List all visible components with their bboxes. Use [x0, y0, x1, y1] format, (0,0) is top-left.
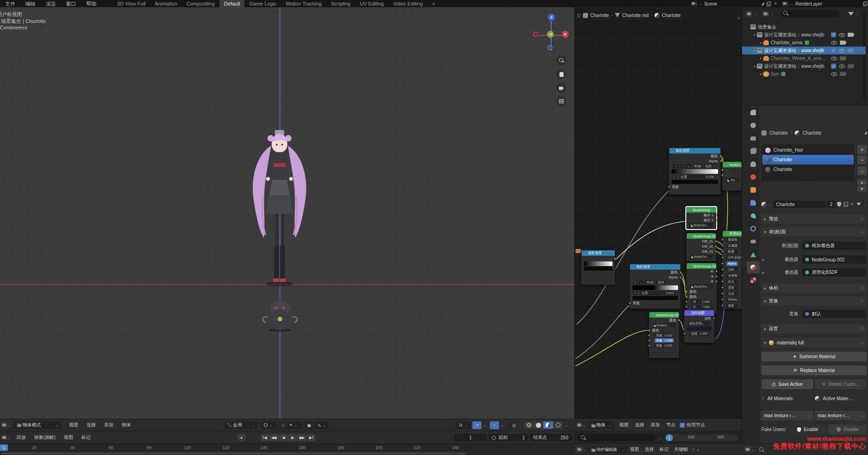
material-slot[interactable]: Charlotte [762, 155, 854, 165]
colorramp-swatch[interactable] [632, 296, 678, 300]
node-normal-map[interactable]: ⌄法向贴图 法向 切向空间 ⌄ 强度1.000 [684, 310, 714, 343]
timeline-menu-item[interactable]: 视图 [59, 434, 77, 441]
dopesheet-menu-item[interactable]: 视图 [627, 446, 642, 453]
node-editor-menu-item[interactable]: 节点 [663, 422, 679, 428]
pin-icon[interactable] [864, 131, 868, 135]
new-layer-icon[interactable] [862, 1, 867, 6]
falloff-dropdown[interactable]: ∿⌄ [315, 421, 328, 429]
axis-neg-z-ball[interactable] [547, 45, 553, 50]
outliner-row[interactable]: ▾ 设计宝藏资源站：www.shejib ✓ [742, 47, 866, 54]
workspace-tab[interactable]: Scripting [326, 0, 355, 7]
shading-wireframe[interactable] [524, 421, 534, 429]
zoom-tool-icon[interactable] [556, 55, 566, 65]
proportional-edit-icon[interactable]: ◉ [304, 421, 313, 429]
panel-volume[interactable]: ▸体积⠿ [761, 284, 867, 293]
overlays-toggle[interactable]: ◔ [490, 421, 499, 429]
node-colorramp-small[interactable]: ⌄色彩渐变 … [581, 250, 615, 285]
workspace-tab[interactable]: 3D View Full [113, 0, 150, 7]
view-layer-tab[interactable] [747, 145, 760, 157]
max-texture-dropdown-1[interactable]: max texture r…⌄ [761, 411, 813, 420]
outliner-row[interactable]: ▾ 设计宝藏资源站：www.shejib ✓ [742, 31, 866, 39]
workspace-tab[interactable]: + [428, 0, 440, 7]
play-button[interactable]: ▶ [288, 434, 297, 441]
node-colorramp-1[interactable]: ⌄色彩渐变 颜色 Alpha ＋−⌄RGB线性 Ⅰ位置0.106 系数 [669, 148, 721, 195]
node-group-001[interactable]: ⌄NodeGroup.001 MSR ◣ NodeGro… 颜色颜色 M1.00… [686, 263, 717, 314]
collection-checkbox[interactable]: ✓ [831, 48, 836, 53]
surface-shader-value[interactable]: 相加着色器 [802, 242, 867, 250]
topbar-menu-item[interactable]: 窗口 [61, 0, 81, 7]
pivot-dropdown[interactable]: ⌄ [261, 421, 277, 429]
hide-eye-icon[interactable] [839, 65, 845, 68]
character-model[interactable] [231, 122, 328, 288]
panel-displacement[interactable]: ▾置换⠿ [761, 296, 867, 306]
pan-hand-icon[interactable] [556, 69, 566, 79]
workspace-tab[interactable]: Default [220, 0, 245, 7]
properties-search-icon[interactable] [759, 447, 764, 452]
dopesheet-menu-item[interactable]: 标记 [657, 446, 672, 453]
jump-to-start-button[interactable]: Ⅰ◀ [261, 434, 269, 441]
material-name-field[interactable]: Charlotte [773, 201, 826, 208]
add-stop-button[interactable]: ＋ [672, 164, 678, 168]
new-scene-icon[interactable] [766, 1, 771, 6]
timeline-menu-item[interactable]: 回放 [12, 434, 30, 441]
copy-material-icon[interactable] [843, 202, 848, 207]
render-camera-icon[interactable] [848, 33, 853, 37]
remove-stop-button[interactable]: − [680, 164, 684, 168]
node-principled-bsdf[interactable]: ⌄原理化BSDF 基础色金属度糙度IOR 折射率Alpha法向次表面发光清漆光泽… [722, 230, 742, 309]
shading-rendered[interactable] [553, 421, 563, 429]
outliner-row[interactable]: ▸ Sun [742, 70, 866, 78]
outliner-filter-icon[interactable] [762, 11, 769, 17]
topbar-menu-item[interactable]: 编辑 [20, 0, 41, 7]
outliner-display-mode-icon[interactable] [746, 11, 752, 17]
workspace-tab[interactable]: UV Editing [355, 0, 388, 7]
camera-view-icon[interactable] [556, 83, 566, 93]
collection-checkbox[interactable]: ✓ [831, 32, 836, 37]
shader-editor-icon[interactable] [576, 422, 583, 428]
jump-to-end-button[interactable]: ▶Ⅰ [307, 434, 315, 441]
hide-eye-icon[interactable] [839, 33, 845, 37]
outliner-search-input[interactable] [781, 10, 840, 18]
axis-y-ball[interactable]: -Y [547, 31, 554, 38]
xray-toggle[interactable]: ▦ [509, 421, 517, 429]
fake-users-disable-button[interactable]: Disable [829, 425, 867, 434]
modifiers-tab[interactable] [747, 197, 760, 209]
workspace-tab[interactable]: Compositing [182, 0, 219, 7]
node-group-003[interactable]: ⌄NodeGroup.003 Diff_01Diff_02Diff_03 ◣ N… [686, 233, 716, 261]
workspace-tab[interactable]: Game Logic [244, 0, 281, 7]
mode-dropdown[interactable]: 物体模式⌄ [13, 421, 61, 429]
viewport-menu-item[interactable]: 选择 [83, 422, 100, 428]
save-active-button[interactable]: ⎙Save Active [761, 379, 813, 389]
topbar-menu-item[interactable]: 文件 [0, 0, 20, 7]
add-slot-button[interactable]: ＋ [857, 145, 867, 154]
node-group-004[interactable]: ⌄NodeGroup.004 颜色 ◣ NodeG… 颜色 系数0.000系数1… [649, 312, 679, 358]
snap-magnet-icon[interactable]: ∪ [279, 421, 286, 429]
hide-eye-icon[interactable] [839, 49, 845, 53]
fake-users-enable-button[interactable]: Enable [789, 425, 826, 434]
material-tab[interactable] [747, 261, 760, 273]
render-camera-icon[interactable] [840, 56, 845, 60]
close-icon[interactable]: ✕ [773, 1, 778, 6]
unlink-material-icon[interactable]: ✕ [850, 202, 854, 207]
nav-up-down-icons[interactable]: ▼ ▲ [692, 448, 700, 452]
collection-checkbox[interactable]: ✓ [831, 64, 836, 69]
viewport-menu-item[interactable]: 物体 [118, 422, 135, 428]
slot-specials-button[interactable]: ⌄ [857, 166, 867, 175]
texture-tab[interactable] [747, 274, 760, 286]
material-slot[interactable]: Charlotte [762, 165, 854, 174]
timeline-editor-icon[interactable] [1, 435, 7, 440]
dopesheet-mode-dropdown[interactable]: 动作编辑器⌄ [588, 446, 627, 453]
user-count-badge[interactable]: 2 [827, 201, 835, 208]
node-editor-menu-item[interactable]: 选择 [632, 422, 648, 428]
viewport-3d[interactable]: 用户前视图 场景集合 | Charlotte Centimeters [0, 7, 574, 419]
node-tree-icon[interactable] [856, 203, 861, 206]
play-reverse-button[interactable]: ◀ [279, 434, 288, 441]
axis-z-ball[interactable]: Z [548, 14, 555, 21]
replace-material-button[interactable]: ⟳Replace Material [761, 366, 867, 375]
data-tab[interactable] [747, 248, 760, 260]
viewport-menu-item[interactable]: 添加 [100, 422, 118, 428]
topbar-menu-item[interactable]: 帮助 [81, 0, 101, 7]
node-editor-menu-item[interactable]: 视图 [616, 422, 632, 428]
particles-tab[interactable] [747, 210, 760, 222]
tool-tab[interactable] [747, 106, 760, 118]
filter-funnel-icon[interactable] [848, 12, 854, 16]
